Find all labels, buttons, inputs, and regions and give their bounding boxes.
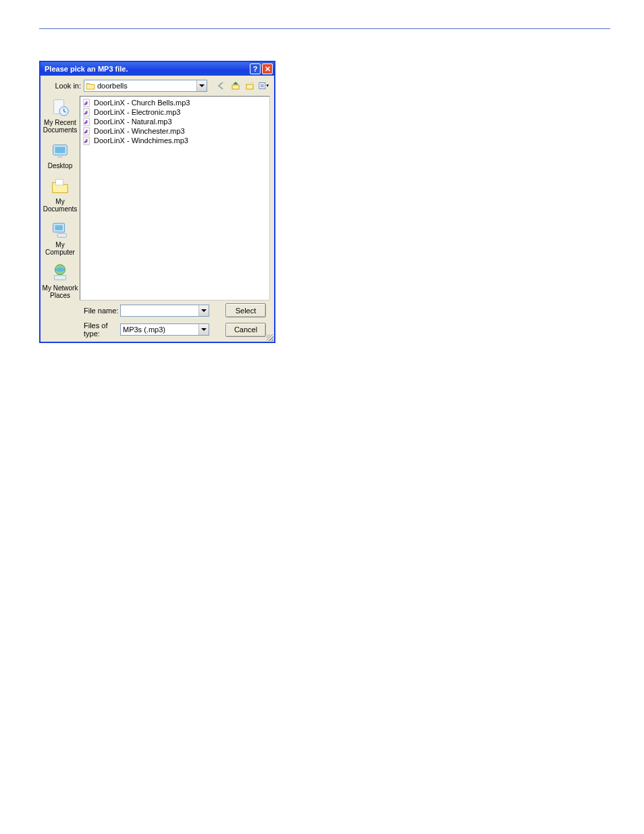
file-open-dialog: Please pick an MP3 file. ? ✕ Look in: do… (39, 61, 275, 343)
place-label: My Computer (41, 241, 79, 256)
svg-rect-1 (246, 84, 253, 89)
files-of-type-dropdown[interactable]: MP3s (.mp3) (120, 323, 209, 336)
toolbar-icons (215, 80, 270, 92)
svg-rect-8 (55, 180, 63, 185)
place-desktop[interactable]: Desktop (41, 140, 79, 170)
audio-file-icon (83, 118, 92, 126)
svg-rect-7 (55, 147, 65, 153)
svg-rect-0 (232, 85, 239, 89)
title-bar: Please pick an MP3 file. ? ✕ (41, 62, 274, 76)
document-page: Please pick an MP3 file. ? ✕ Look in: do… (0, 0, 644, 834)
select-button[interactable]: Select (225, 303, 266, 317)
recent-documents-icon (50, 97, 70, 118)
views-icon[interactable] (258, 80, 270, 92)
file-item[interactable]: DoorLinX - Electronic.mp3 (82, 107, 268, 117)
my-computer-icon (50, 219, 70, 240)
chevron-down-icon (201, 328, 207, 331)
audio-file-icon (83, 108, 92, 117)
file-name: DoorLinX - Electronic.mp3 (94, 108, 180, 116)
files-of-type-value: MP3s (.mp3) (123, 325, 165, 334)
svg-rect-11 (57, 234, 66, 238)
audio-file-icon (83, 136, 92, 145)
places-bar: My Recent Documents Desktop My Docu (41, 95, 80, 301)
file-name-label: File name: (84, 307, 120, 315)
svg-rect-10 (55, 225, 63, 230)
svg-rect-13 (55, 276, 66, 280)
file-name-dropdown-button[interactable] (198, 305, 209, 316)
file-name: DoorLinX - Windchimes.mp3 (94, 136, 188, 145)
dialog-bottom: File name: Select Files of type: (41, 301, 274, 342)
file-item[interactable]: DoorLinX - Church Bells.mp3 (82, 98, 268, 107)
place-label: My Network Places (41, 284, 79, 299)
file-name: DoorLinX - Natural.mp3 (94, 118, 172, 126)
dialog-title: Please pick an MP3 file. (45, 65, 248, 73)
folder-icon (86, 82, 95, 90)
files-of-type-label: Files of type: (84, 321, 120, 338)
back-icon[interactable] (215, 80, 227, 92)
dialog-body: My Recent Documents Desktop My Docu (41, 95, 274, 301)
place-label: My Documents (41, 198, 79, 213)
look-in-dropdown[interactable]: doorbells (84, 80, 207, 92)
select-button-label: Select (236, 307, 257, 315)
close-button[interactable]: ✕ (262, 63, 273, 74)
audio-file-icon (83, 99, 92, 107)
file-name: DoorLinX - Church Bells.mp3 (94, 99, 190, 107)
place-recent-documents[interactable]: My Recent Documents (41, 97, 79, 134)
file-item[interactable]: DoorLinX - Windchimes.mp3 (82, 136, 268, 145)
file-item[interactable]: DoorLinX - Natural.mp3 (82, 117, 268, 126)
desktop-icon (50, 140, 70, 161)
file-item[interactable]: DoorLinX - Winchester.mp3 (82, 126, 268, 136)
horizontal-rule (39, 28, 610, 29)
look-in-dropdown-button[interactable] (196, 80, 207, 91)
look-in-value: doorbells (97, 82, 128, 90)
look-in-row: Look in: doorbells (41, 76, 274, 95)
help-button[interactable]: ? (250, 63, 261, 74)
file-name-input[interactable] (120, 305, 209, 317)
chevron-down-icon (199, 84, 205, 87)
files-of-type-dropdown-button[interactable] (198, 324, 209, 335)
up-one-level-icon[interactable] (230, 80, 242, 92)
place-my-documents[interactable]: My Documents (41, 176, 79, 213)
cancel-button-label: Cancel (234, 325, 257, 334)
place-my-network[interactable]: My Network Places (41, 263, 79, 299)
file-name: DoorLinX - Winchester.mp3 (94, 127, 185, 135)
look-in-label: Look in: (45, 82, 84, 90)
place-my-computer[interactable]: My Computer (41, 219, 79, 256)
cancel-button[interactable]: Cancel (225, 323, 266, 337)
network-places-icon (50, 263, 70, 283)
audio-file-icon (83, 127, 92, 136)
new-folder-icon[interactable] (244, 80, 256, 92)
file-list[interactable]: DoorLinX - Church Bells.mp3 DoorLinX - E… (80, 96, 270, 301)
resize-grip[interactable] (265, 332, 274, 342)
place-label: Desktop (48, 162, 73, 170)
my-documents-icon (50, 176, 70, 197)
place-label: My Recent Documents (41, 119, 79, 134)
chevron-down-icon (201, 309, 207, 312)
